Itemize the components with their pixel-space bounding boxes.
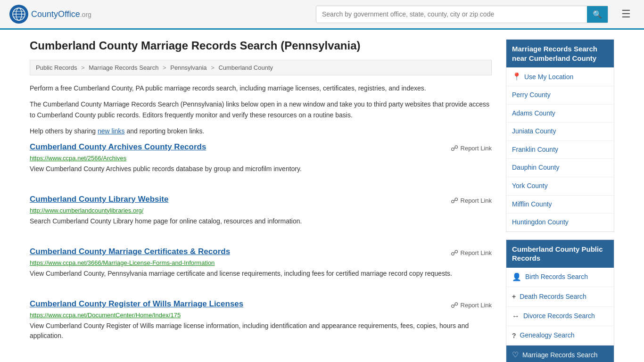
result-title-3[interactable]: Cumberland County Register of Wills Marr… (30, 299, 243, 309)
breadcrumb-pennsylvania[interactable]: Pennsylvania (170, 64, 206, 71)
content-area: Cumberland County Marriage Records Searc… (30, 39, 492, 362)
public-record-icon-3: ? (512, 330, 516, 341)
public-record-link-3[interactable]: ? Genealogy Search (506, 326, 614, 345)
intro-paragraph-1: Perform a free Cumberland County, PA pub… (30, 83, 492, 93)
search-bar: 🔍 (316, 6, 608, 23)
result-header-1: Cumberland County Library Website ☍ Repo… (30, 195, 492, 205)
report-icon-2: ☍ (451, 248, 458, 257)
public-records-section-header: Cumberland County Public Records (506, 240, 614, 268)
main-container: Cumberland County Marriage Records Searc… (16, 30, 628, 362)
public-record-label-3: Genealogy Search (520, 331, 575, 340)
nearby-counties-section: Marriage Records Search near Cumberland … (506, 39, 614, 232)
new-links-link[interactable]: new links (98, 127, 125, 135)
search-button[interactable]: 🔍 (587, 6, 608, 23)
report-label-2: Report Link (461, 249, 492, 256)
use-my-location-item[interactable]: 📍 Use My Location (506, 67, 614, 86)
public-record-icon-2: ↔ (512, 311, 520, 321)
result-item-3: Cumberland County Register of Wills Marr… (30, 299, 492, 348)
results-list: Cumberland County Archives County Record… (30, 142, 492, 348)
nearby-counties-list: Perry CountyAdams CountyJuniata CountyFr… (506, 86, 614, 231)
result-url-2[interactable]: https://www.ccpa.net/3666/Marriage-Licen… (30, 259, 492, 266)
intro-paragraph-3: Help others by sharing new links and rep… (30, 126, 492, 136)
public-record-link-0[interactable]: 👤 Birth Records Search (506, 268, 614, 287)
county-item-7: Huntingdon County (506, 214, 614, 231)
county-link-1[interactable]: Adams County (506, 105, 614, 123)
logo-text: CountyOffice.org (31, 9, 91, 19)
result-title-1[interactable]: Cumberland County Library Website (30, 195, 168, 204)
county-item-4: Dauphin County (506, 159, 614, 177)
public-record-label-1: Death Records Search (520, 292, 586, 302)
county-link-6[interactable]: Mifflin County (506, 196, 614, 214)
public-record-item-2: ↔ Divorce Records Search (506, 307, 614, 326)
report-label-0: Report Link (461, 145, 492, 152)
result-header-0: Cumberland County Archives County Record… (30, 142, 492, 153)
site-header: CountyOffice.org 🔍 ☰ (0, 0, 644, 30)
report-link-3[interactable]: ☍ Report Link (451, 299, 492, 310)
breadcrumb-cumberland-county[interactable]: Cumberland County (218, 64, 273, 71)
public-record-icon-4: ♡ (512, 350, 519, 360)
county-item-6: Mifflin County (506, 196, 614, 214)
public-record-link-2[interactable]: ↔ Divorce Records Search (506, 307, 614, 326)
public-records-list: 👤 Birth Records Search + Death Records S… (506, 268, 614, 362)
logo-icon (9, 5, 28, 24)
result-url-3[interactable]: https://www.ccpa.net/DocumentCenter/Home… (30, 312, 492, 319)
report-link-1[interactable]: ☍ Report Link (451, 195, 492, 205)
report-label-3: Report Link (461, 302, 492, 309)
result-header-2: Cumberland County Marriage Certificates … (30, 247, 492, 257)
public-record-label-4: Marriage Records Search (522, 351, 598, 360)
intro-paragraph-2: The Cumberland County Marriage Records S… (30, 99, 492, 120)
page-title: Cumberland County Marriage Records Searc… (30, 39, 492, 52)
result-desc-2: View Cumberland County, Pennsylvania mar… (30, 269, 492, 279)
county-link-0[interactable]: Perry County (506, 86, 614, 104)
county-item-0: Perry County (506, 86, 614, 105)
public-record-link-4[interactable]: ♡ Marriage Records Search (506, 346, 614, 362)
breadcrumb-marriage-records-search[interactable]: Marriage Records Search (89, 64, 158, 71)
report-label-1: Report Link (461, 197, 492, 204)
county-link-5[interactable]: York County (506, 177, 614, 195)
result-desc-3: View Cumberland County Register of Wills… (30, 321, 492, 341)
public-record-icon-0: 👤 (512, 272, 521, 282)
public-record-link-1[interactable]: + Death Records Search (506, 287, 614, 306)
county-link-3[interactable]: Franklin County (506, 141, 614, 159)
report-icon-3: ☍ (451, 301, 458, 310)
public-record-item-1: + Death Records Search (506, 287, 614, 306)
report-icon-1: ☍ (451, 196, 458, 205)
county-item-1: Adams County (506, 105, 614, 123)
county-item-5: York County (506, 177, 614, 196)
search-input[interactable] (316, 7, 587, 22)
result-item-0: Cumberland County Archives County Record… (30, 142, 492, 181)
county-item-2: Juniata County (506, 123, 614, 141)
report-link-0[interactable]: ☍ Report Link (451, 142, 492, 153)
breadcrumb-public-records[interactable]: Public Records (36, 64, 77, 71)
public-record-item-4: ♡ Marriage Records Search (506, 346, 614, 362)
result-item-1: Cumberland County Library Website ☍ Repo… (30, 195, 492, 234)
county-link-2[interactable]: Juniata County (506, 123, 614, 140)
location-pin-icon: 📍 (512, 72, 521, 81)
hamburger-menu-button[interactable]: ☰ (618, 6, 635, 22)
county-link-4[interactable]: Dauphin County (506, 159, 614, 177)
nearby-section-header: Marriage Records Search near Cumberland … (506, 40, 614, 67)
report-icon-0: ☍ (451, 144, 458, 153)
result-url-0[interactable]: https://www.ccpa.net/2566/Archives (30, 155, 492, 162)
result-desc-0: View Cumberland County Archives public r… (30, 164, 492, 174)
county-item-3: Franklin County (506, 141, 614, 159)
public-record-item-0: 👤 Birth Records Search (506, 268, 614, 287)
public-record-label-0: Birth Records Search (525, 272, 588, 282)
logo-link[interactable]: CountyOffice.org (9, 5, 91, 24)
result-desc-1: Search Cumberland County Library home pa… (30, 216, 492, 226)
county-link-7[interactable]: Huntingdon County (506, 214, 614, 231)
result-item-2: Cumberland County Marriage Certificates … (30, 247, 492, 286)
public-record-icon-1: + (512, 291, 516, 302)
public-record-label-2: Divorce Records Search (523, 312, 595, 321)
result-title-0[interactable]: Cumberland County Archives County Record… (30, 142, 206, 152)
breadcrumb: Public Records > Marriage Records Search… (30, 60, 492, 75)
public-records-section: Cumberland County Public Records 👤 Birth… (506, 239, 614, 362)
result-title-2[interactable]: Cumberland County Marriage Certificates … (30, 247, 230, 256)
result-header-3: Cumberland County Register of Wills Marr… (30, 299, 492, 310)
sidebar: Marriage Records Search near Cumberland … (506, 39, 614, 362)
report-link-2[interactable]: ☍ Report Link (451, 247, 492, 257)
public-record-item-3: ? Genealogy Search (506, 326, 614, 346)
result-url-1[interactable]: http://www.cumberlandcountylibraries.org… (30, 207, 492, 214)
